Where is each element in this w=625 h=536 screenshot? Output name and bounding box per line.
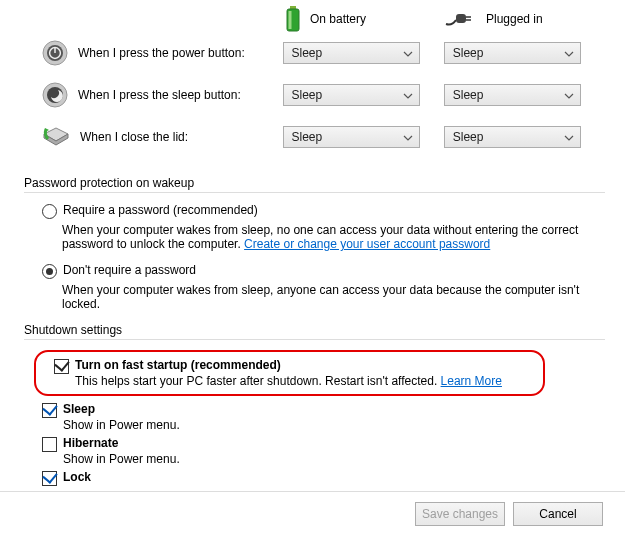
- row-sleep-button: When I press the sleep button: Sleep Sle…: [24, 74, 605, 116]
- row-power-button: When I press the power button: Sleep Sle…: [24, 32, 605, 74]
- select-power-plugged[interactable]: Sleep: [444, 42, 581, 64]
- laptop-lid-icon: [42, 126, 70, 148]
- chevron-down-icon: [564, 88, 574, 102]
- save-changes-button[interactable]: Save changes: [415, 502, 505, 526]
- chevron-down-icon: [403, 88, 413, 102]
- svg-rect-5: [466, 19, 471, 21]
- annotation-highlight: Turn on fast startup (recommended) This …: [34, 350, 545, 396]
- footer-bar: Save changes Cancel: [0, 491, 625, 536]
- section-password-protection: Password protection on wakeup Require a …: [24, 176, 605, 311]
- select-sleep-battery[interactable]: Sleep: [283, 84, 420, 106]
- chevron-down-icon: [564, 46, 574, 60]
- content-area: On battery Plugged in When I press the p…: [0, 0, 625, 486]
- sleep-desc: Show in Power menu.: [63, 418, 605, 432]
- power-options-page: On battery Plugged in When I press the p…: [0, 0, 625, 536]
- chevron-down-icon: [564, 130, 574, 144]
- column-headers: On battery Plugged in: [284, 6, 605, 32]
- row-lid-label: When I close the lid:: [80, 130, 188, 144]
- select-lid-battery[interactable]: Sleep: [283, 126, 420, 148]
- chevron-down-icon: [403, 46, 413, 60]
- battery-icon: [284, 6, 302, 32]
- fast-startup-desc: This helps start your PC faster after sh…: [75, 374, 533, 388]
- header-plugged-in-label: Plugged in: [486, 12, 543, 26]
- lock-label: Lock: [63, 470, 605, 484]
- radio-icon: [42, 264, 57, 279]
- select-lid-plugged[interactable]: Sleep: [444, 126, 581, 148]
- hibernate-label: Hibernate: [63, 436, 605, 450]
- shutdown-section-title: Shutdown settings: [24, 323, 605, 337]
- row-lid: When I close the lid: Sleep Sleep: [24, 116, 605, 158]
- link-learn-more[interactable]: Learn More: [441, 374, 502, 388]
- checkbox-fast-startup[interactable]: Turn on fast startup (recommended) This …: [54, 358, 533, 388]
- row-power-button-label: When I press the power button:: [78, 46, 245, 60]
- checkbox-icon: [42, 471, 57, 486]
- checkbox-hibernate[interactable]: Hibernate Show in Power menu.: [42, 436, 605, 466]
- plug-icon: [444, 10, 478, 28]
- select-power-battery[interactable]: Sleep: [283, 42, 420, 64]
- divider: [24, 339, 605, 340]
- power-button-icon: [42, 40, 68, 66]
- svg-rect-3: [456, 14, 466, 23]
- header-on-battery: On battery: [284, 6, 444, 32]
- dont-require-password-label: Don't require a password: [63, 263, 605, 277]
- section-shutdown-settings: Shutdown settings Turn on fast startup (…: [24, 323, 605, 486]
- checkbox-icon: [42, 403, 57, 418]
- select-sleep-plugged[interactable]: Sleep: [444, 84, 581, 106]
- svg-rect-2: [289, 11, 292, 29]
- link-create-change-password[interactable]: Create or change your user account passw…: [244, 237, 490, 251]
- divider: [24, 192, 605, 193]
- password-section-title: Password protection on wakeup: [24, 176, 605, 190]
- header-on-battery-label: On battery: [310, 12, 366, 26]
- radio-icon: [42, 204, 57, 219]
- dont-require-password-desc: When your computer wakes from sleep, any…: [62, 283, 605, 311]
- require-password-label: Require a password (recommended): [63, 203, 605, 217]
- checkbox-sleep[interactable]: Sleep Show in Power menu.: [42, 402, 605, 432]
- checkbox-lock[interactable]: Lock: [42, 470, 605, 486]
- radio-require-password[interactable]: Require a password (recommended): [42, 203, 605, 219]
- radio-dont-require-password[interactable]: Don't require a password: [42, 263, 605, 279]
- hibernate-desc: Show in Power menu.: [63, 452, 605, 466]
- svg-rect-4: [466, 16, 471, 18]
- require-password-desc: When your computer wakes from sleep, no …: [62, 223, 605, 251]
- header-plugged-in: Plugged in: [444, 6, 604, 32]
- chevron-down-icon: [403, 130, 413, 144]
- sleep-label: Sleep: [63, 402, 605, 416]
- sleep-button-icon: [42, 82, 68, 108]
- checkbox-icon: [42, 437, 57, 452]
- fast-startup-label: Turn on fast startup (recommended): [75, 358, 533, 372]
- row-sleep-button-label: When I press the sleep button:: [78, 88, 241, 102]
- cancel-button[interactable]: Cancel: [513, 502, 603, 526]
- checkbox-icon: [54, 359, 69, 374]
